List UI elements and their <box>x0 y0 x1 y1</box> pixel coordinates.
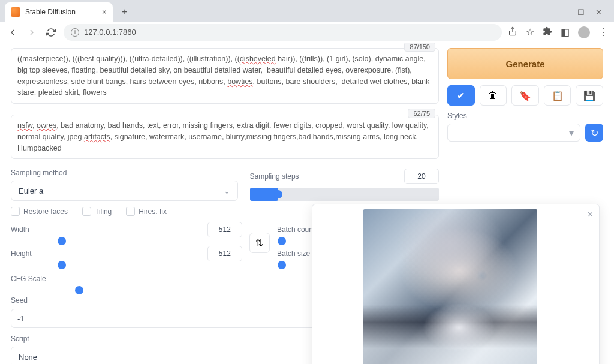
profile-icon[interactable] <box>578 26 590 38</box>
browser-chrome: Stable Diffusion × + — ☐ ✕ i 127.0.0.1:7… <box>0 0 614 43</box>
favicon <box>11 7 20 17</box>
save-icon: 💾 <box>583 90 595 101</box>
prompt-token-count: 87/150 <box>404 43 435 52</box>
cfg-label: CFG Scale <box>11 275 46 283</box>
trash-icon: 🗑 <box>488 90 498 101</box>
sampling-steps-slider[interactable] <box>250 188 439 201</box>
star-icon[interactable]: ☆ <box>526 26 534 38</box>
sampling-steps-label: Sampling steps <box>250 172 299 181</box>
browser-tab[interactable]: Stable Diffusion × <box>5 2 113 22</box>
negative-wrap: 62/75 nsfw, owres, bad anatomy, bad hand… <box>11 115 439 159</box>
tab-bar: Stable Diffusion × + — ☐ ✕ <box>0 0 614 22</box>
sampling-method-select[interactable]: Euler a ⌄ <box>11 181 238 201</box>
panel-icon[interactable]: ◧ <box>561 26 570 38</box>
script-value: None <box>19 353 37 362</box>
width-value[interactable]: 512 <box>207 222 242 237</box>
action-trash-button[interactable]: 🗑 <box>480 85 507 106</box>
batch-size-label: Batch size <box>277 249 310 258</box>
extensions-icon[interactable] <box>543 26 552 38</box>
window-controls: — ☐ ✕ <box>559 8 609 17</box>
new-tab-button[interactable]: + <box>116 4 133 20</box>
generate-label: Generate <box>505 59 544 69</box>
action-check-button[interactable]: ✔ <box>447 85 475 106</box>
hires-fix-checkbox[interactable] <box>126 207 135 216</box>
check-icon: ✔ <box>457 90 465 101</box>
close-tab-icon[interactable]: × <box>102 7 107 17</box>
batch-count-label: Batch count <box>277 225 315 234</box>
action-save-button[interactable]: 💾 <box>576 85 603 106</box>
sampling-method-label: Sampling method <box>11 169 238 177</box>
refresh-icon: ↻ <box>591 127 598 139</box>
reload-button[interactable] <box>44 26 58 39</box>
sampling-method-value: Euler a <box>19 186 43 195</box>
generate-button[interactable]: Generate <box>447 48 603 79</box>
url-bar[interactable]: i 127.0.0.1:7860 <box>64 24 502 41</box>
menu-icon[interactable]: ⋮ <box>598 26 608 38</box>
styles-select[interactable]: ▾ <box>447 124 580 142</box>
close-window-icon[interactable]: ✕ <box>595 8 602 17</box>
styles-label: Styles <box>447 112 603 120</box>
height-label: Height <box>11 249 32 258</box>
restore-faces-checkbox[interactable] <box>11 207 20 216</box>
url-text: 127.0.0.1:7860 <box>84 28 136 37</box>
prompt-wrap: 87/150 ((masterpiece)), (((best quality)… <box>11 48 439 104</box>
negative-token-count: 62/75 <box>408 109 435 118</box>
generated-image[interactable] <box>363 209 537 364</box>
output-panel: × <box>312 204 600 364</box>
action-clipboard-button[interactable]: 📋 <box>544 85 571 106</box>
action-bookmark-button[interactable]: 🔖 <box>511 85 539 106</box>
swap-dimensions-button[interactable]: ⇅ <box>249 233 270 253</box>
nav-bar: i 127.0.0.1:7860 ☆ ◧ ⋮ <box>0 22 614 43</box>
hires-fix-label: Hires. fix <box>139 207 167 216</box>
swap-icon: ⇅ <box>255 237 263 249</box>
tiling-label: Tiling <box>95 207 112 216</box>
bookmark-icon: 🔖 <box>519 90 531 101</box>
negative-prompt-input[interactable]: nsfw, owres, bad anatomy, bad hands, tex… <box>11 115 439 159</box>
share-icon[interactable] <box>508 26 517 38</box>
clipboard-icon: 📋 <box>552 90 564 101</box>
maximize-icon[interactable]: ☐ <box>577 8 585 17</box>
minimize-icon[interactable]: — <box>559 8 567 17</box>
forward-button[interactable] <box>25 26 38 39</box>
tab-title: Stable Diffusion <box>25 8 76 16</box>
back-button[interactable] <box>6 26 19 39</box>
chevron-down-icon: ⌄ <box>224 186 230 195</box>
chevron-down-icon: ▾ <box>569 127 574 139</box>
restore-faces-label: Restore faces <box>23 207 68 216</box>
site-info-icon[interactable]: i <box>71 28 79 37</box>
height-value[interactable]: 512 <box>207 246 242 261</box>
close-output-icon[interactable]: × <box>588 209 593 220</box>
prompt-input[interactable]: ((masterpiece)), (((best quality))), ((u… <box>11 48 439 104</box>
seed-input[interactable] <box>11 309 354 328</box>
refresh-styles-button[interactable]: ↻ <box>585 124 603 142</box>
sampling-steps-value[interactable]: 20 <box>404 169 439 184</box>
width-label: Width <box>11 225 29 234</box>
tiling-checkbox[interactable] <box>82 207 91 216</box>
